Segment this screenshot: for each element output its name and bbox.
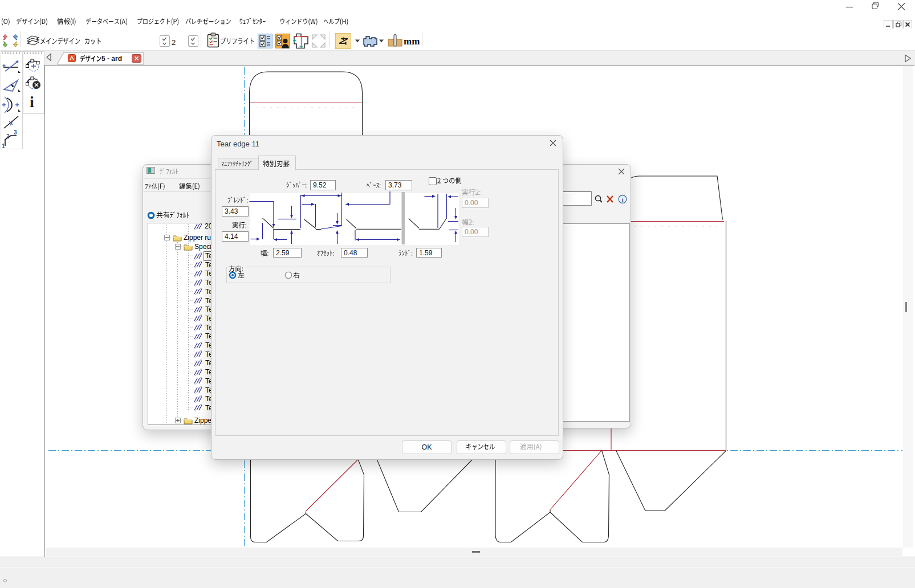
svg-text:1: 1 xyxy=(2,143,5,148)
svg-text:i: i xyxy=(30,93,34,111)
svg-text:2: 2 xyxy=(6,133,10,140)
svg-text:3: 3 xyxy=(14,129,17,136)
svg-text:i: i xyxy=(621,196,623,203)
